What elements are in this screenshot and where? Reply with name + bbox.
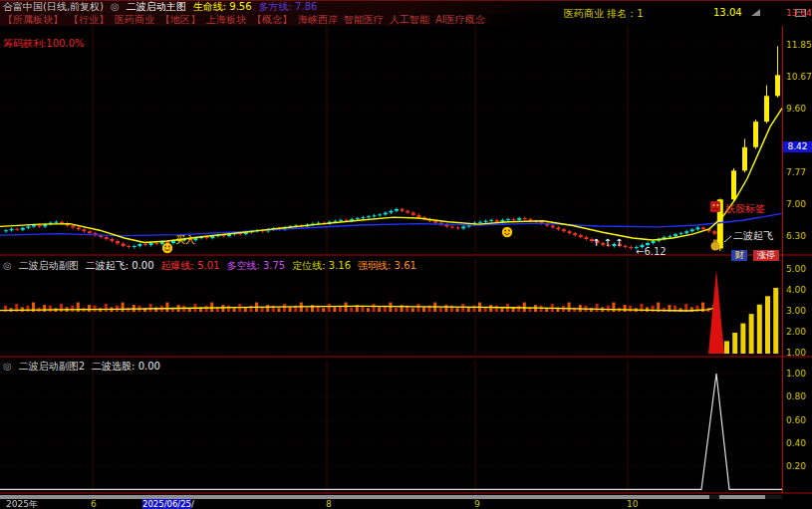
- plate-link[interactable]: 人工智能: [390, 14, 429, 26]
- bull-line-value: 7.86: [295, 1, 317, 12]
- selected-date-box: 2025/06/25/三: [142, 499, 191, 509]
- month-label: 6: [91, 499, 97, 509]
- y-axis-label: 0.40: [786, 438, 806, 449]
- month-label: 8: [326, 499, 332, 509]
- y-axis-label: 5.00: [786, 264, 806, 275]
- panel3-indicator-name: 二波启动副图2: [19, 361, 85, 372]
- cai-badge: 财: [731, 250, 747, 261]
- panel2-badge-icon[interactable]: ◎: [3, 260, 12, 271]
- yaogu-stamp-icon: [710, 201, 720, 212]
- panel2-signal: 二波起飞: 0.00: [86, 260, 154, 271]
- erbo-qifei-label: 二波起飞: [733, 230, 773, 241]
- plate-link[interactable]: 【地区】: [160, 14, 200, 26]
- month-label: 9: [474, 499, 480, 509]
- app-window: 合富中国(日线,前复权) ◎ 二波启动主图 生命线: 9.56 多方线: 7.8…: [0, 0, 812, 509]
- y-axis-label: 1.00: [786, 348, 806, 359]
- main-indicator-name: 二波启动主图: [127, 1, 186, 13]
- plate-link[interactable]: 上海板块: [206, 14, 246, 26]
- y-axis-label: 11.85: [786, 40, 812, 51]
- buy-signal-label: 买入: [175, 234, 195, 245]
- y-axis-label: 7.77: [786, 167, 806, 178]
- year-label: 2025年: [6, 499, 38, 509]
- plate-link[interactable]: 海峡西岸: [298, 14, 338, 26]
- y-axis-label: 6.30: [786, 231, 806, 242]
- panel3-badge-icon[interactable]: ◎: [3, 361, 12, 372]
- panel2-line-value: 定位线: 3.16: [292, 260, 351, 271]
- draw-tool-icon[interactable]: [751, 2, 761, 21]
- panel3-signal: 二波选股: 0.00: [92, 361, 160, 372]
- plate-link[interactable]: 医药商业: [115, 14, 154, 26]
- zhangting-badge: 涨停: [753, 250, 779, 261]
- plate-link[interactable]: 智能医疗: [344, 14, 384, 26]
- scrollbar-thumb[interactable]: [719, 495, 765, 499]
- month-label: 10: [627, 499, 638, 509]
- y-axis-label: 4.00: [786, 285, 806, 296]
- chip-profit-label: 筹码获利:100.0%: [3, 38, 85, 49]
- panel3-header: ◎ 二波启动副图2 二波选股: 0.00: [3, 361, 160, 372]
- y-axis-label: 0.80: [786, 391, 806, 402]
- plate-links-row: 【所属板块】 【行业】 医药商业 【地区】 上海板块 【概念】 海峡西岸 智能医…: [0, 13, 812, 26]
- y-axis-label: 3.00: [786, 306, 806, 317]
- life-line-label: 生命线: 9.56: [193, 1, 252, 13]
- target-price-label: 13.04: [713, 7, 742, 18]
- plate-link[interactable]: 【行业】: [69, 14, 109, 26]
- y-axis-label: 13.04: [786, 8, 812, 19]
- y-axis-label: 1.00: [786, 369, 806, 380]
- y-axis-label: 0.20: [786, 461, 806, 472]
- y-axis-label: 10.67: [786, 72, 812, 83]
- life-line-value: 9.56: [229, 1, 251, 12]
- bull-line-label: 多方线: 7.86: [259, 1, 318, 13]
- indicator-badge-icon[interactable]: ◎: [111, 1, 120, 13]
- titlebar: 合富中国(日线,前复权) ◎ 二波启动主图 生命线: 9.56 多方线: 7.8…: [0, 0, 812, 13]
- scrollbar-thumb[interactable]: [0, 495, 709, 499]
- y-axis-label: 7.00: [786, 199, 806, 210]
- y-axis-label: 9.60: [786, 104, 806, 115]
- stock-title: 合富中国(日线,前复权): [3, 1, 104, 13]
- plate-link[interactable]: 【概念】: [252, 14, 292, 26]
- panel2-line-value: 强弱线: 3.61: [358, 260, 416, 271]
- smiley-signal-icon: [162, 243, 172, 253]
- plate-link[interactable]: 【所属板块】: [3, 14, 63, 26]
- low-price-label: ←6.12: [636, 246, 667, 257]
- smiley-signal-icon: [502, 227, 512, 237]
- panel2-line-value: 多空线: 3.75: [226, 260, 285, 271]
- plate-link[interactable]: AI医疗概念: [435, 14, 485, 26]
- last-price-box: 8.42: [783, 141, 812, 152]
- panel2-line-value: 起爆线: 5.01: [161, 260, 220, 271]
- y-axis-label: 2.00: [786, 327, 806, 338]
- yaogu-label: 妖股标签: [725, 203, 765, 214]
- panel2-indicator-name: 二波启动副图: [19, 260, 79, 271]
- up-arrows-label: ↑ ↑ ↑: [592, 237, 624, 248]
- sector-rank-label: 医药商业 排名：1: [564, 8, 644, 19]
- panel2-header: ◎ 二波启动副图 二波起飞: 0.00 起爆线: 5.01多空线: 3.75定位…: [3, 260, 416, 271]
- chart-canvas[interactable]: [0, 0, 812, 509]
- y-axis-label: 0.60: [786, 415, 806, 426]
